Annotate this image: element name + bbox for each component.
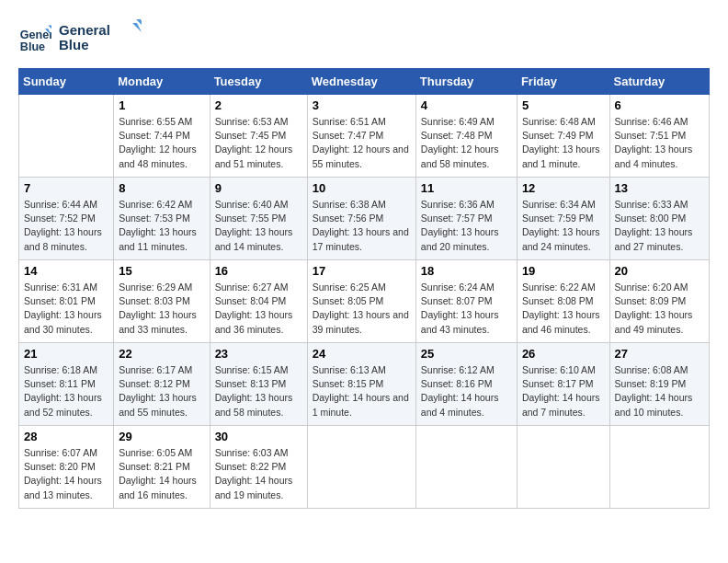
day-info: Sunrise: 6:42 AMSunset: 7:53 PMDaylight:… [119, 198, 204, 254]
day-number: 17 [313, 264, 411, 278]
day-number: 28 [24, 430, 108, 443]
calendar-cell [609, 426, 709, 509]
day-info: Sunrise: 6:17 AMSunset: 8:12 PMDaylight:… [119, 363, 204, 419]
calendar-cell: 18Sunrise: 6:24 AMSunset: 8:07 PMDayligh… [415, 260, 517, 343]
day-info: Sunrise: 6:46 AMSunset: 7:51 PMDaylight:… [615, 115, 704, 171]
calendar-cell [517, 426, 609, 509]
day-info: Sunrise: 6:10 AMSunset: 8:17 PMDaylight:… [522, 363, 605, 419]
calendar-cell: 3Sunrise: 6:51 AMSunset: 7:47 PMDaylight… [307, 95, 415, 178]
calendar-cell: 16Sunrise: 6:27 AMSunset: 8:04 PMDayligh… [210, 260, 307, 343]
day-number: 1 [119, 98, 204, 112]
day-info: Sunrise: 6:07 AMSunset: 8:20 PMDaylight:… [24, 446, 108, 502]
day-info: Sunrise: 6:03 AMSunset: 8:22 PMDaylight:… [215, 446, 302, 502]
weekday-header-tuesday: Tuesday [210, 69, 307, 95]
calendar-cell: 28Sunrise: 6:07 AMSunset: 8:20 PMDayligh… [19, 426, 114, 509]
weekday-header-wednesday: Wednesday [307, 69, 415, 95]
calendar-cell: 24Sunrise: 6:13 AMSunset: 8:15 PMDayligh… [307, 343, 415, 426]
day-info: Sunrise: 6:34 AMSunset: 7:59 PMDaylight:… [522, 198, 605, 254]
day-info: Sunrise: 6:18 AMSunset: 8:11 PMDaylight:… [24, 363, 108, 419]
calendar-cell: 27Sunrise: 6:08 AMSunset: 8:19 PMDayligh… [609, 343, 709, 426]
weekday-header-thursday: Thursday [415, 69, 517, 95]
calendar-cell: 12Sunrise: 6:34 AMSunset: 7:59 PMDayligh… [517, 178, 609, 260]
calendar-cell: 13Sunrise: 6:33 AMSunset: 8:00 PMDayligh… [609, 178, 709, 260]
calendar-cell: 17Sunrise: 6:25 AMSunset: 8:05 PMDayligh… [307, 260, 415, 343]
day-number: 15 [119, 264, 204, 278]
calendar-week-2: 7Sunrise: 6:44 AMSunset: 7:52 PMDaylight… [19, 178, 710, 260]
day-number: 24 [313, 347, 411, 361]
day-info: Sunrise: 6:24 AMSunset: 8:07 PMDaylight:… [421, 281, 512, 337]
day-number: 10 [313, 181, 411, 195]
day-info: Sunrise: 6:51 AMSunset: 7:47 PMDaylight:… [313, 115, 411, 171]
svg-text:Blue: Blue [20, 40, 45, 53]
calendar-cell: 23Sunrise: 6:15 AMSunset: 8:13 PMDayligh… [210, 343, 307, 426]
day-number: 14 [24, 264, 108, 278]
day-info: Sunrise: 6:49 AMSunset: 7:48 PMDaylight:… [421, 115, 512, 171]
calendar-cell: 25Sunrise: 6:12 AMSunset: 8:16 PMDayligh… [415, 343, 517, 426]
day-info: Sunrise: 6:40 AMSunset: 7:55 PMDaylight:… [215, 198, 302, 254]
day-number: 13 [615, 181, 704, 195]
calendar-cell: 1Sunrise: 6:55 AMSunset: 7:44 PMDaylight… [114, 95, 210, 178]
day-number: 30 [215, 430, 302, 443]
svg-text:Blue: Blue [59, 37, 89, 52]
day-info: Sunrise: 6:27 AMSunset: 8:04 PMDaylight:… [215, 281, 302, 337]
calendar-cell: 26Sunrise: 6:10 AMSunset: 8:17 PMDayligh… [517, 343, 609, 426]
day-info: Sunrise: 6:29 AMSunset: 8:03 PMDaylight:… [119, 281, 204, 337]
day-number: 20 [615, 264, 704, 278]
calendar-cell: 15Sunrise: 6:29 AMSunset: 8:03 PMDayligh… [114, 260, 210, 343]
logo-icon: General Blue [18, 22, 51, 55]
day-number: 2 [215, 98, 302, 112]
calendar-cell: 10Sunrise: 6:38 AMSunset: 7:56 PMDayligh… [307, 178, 415, 260]
day-info: Sunrise: 6:33 AMSunset: 8:00 PMDaylight:… [615, 198, 704, 254]
page-header: General Blue General Blue [18, 18, 710, 59]
calendar-cell: 21Sunrise: 6:18 AMSunset: 8:11 PMDayligh… [19, 343, 114, 426]
day-number: 8 [119, 181, 204, 195]
calendar-cell [19, 95, 114, 178]
calendar-cell [307, 426, 415, 509]
weekday-header-saturday: Saturday [609, 69, 709, 95]
svg-marker-6 [132, 23, 142, 32]
day-info: Sunrise: 6:48 AMSunset: 7:49 PMDaylight:… [522, 115, 605, 171]
calendar-cell: 22Sunrise: 6:17 AMSunset: 8:12 PMDayligh… [114, 343, 210, 426]
calendar-cell: 11Sunrise: 6:36 AMSunset: 7:57 PMDayligh… [415, 178, 517, 260]
calendar-cell: 7Sunrise: 6:44 AMSunset: 7:52 PMDaylight… [19, 178, 114, 260]
day-number: 16 [215, 264, 302, 278]
day-number: 23 [215, 347, 302, 361]
day-info: Sunrise: 6:53 AMSunset: 7:45 PMDaylight:… [215, 115, 302, 171]
day-number: 19 [522, 264, 605, 278]
day-info: Sunrise: 6:08 AMSunset: 8:19 PMDaylight:… [615, 363, 704, 419]
logo: General Blue General Blue [18, 18, 142, 59]
day-number: 7 [24, 181, 108, 195]
day-number: 9 [215, 181, 302, 195]
weekday-header-monday: Monday [114, 69, 210, 95]
calendar-cell: 2Sunrise: 6:53 AMSunset: 7:45 PMDaylight… [210, 95, 307, 178]
day-info: Sunrise: 6:22 AMSunset: 8:08 PMDaylight:… [522, 281, 605, 337]
calendar-week-3: 14Sunrise: 6:31 AMSunset: 8:01 PMDayligh… [19, 260, 710, 343]
weekday-header-row: SundayMondayTuesdayWednesdayThursdayFrid… [19, 69, 710, 95]
calendar-cell: 5Sunrise: 6:48 AMSunset: 7:49 PMDaylight… [517, 95, 609, 178]
calendar-week-5: 28Sunrise: 6:07 AMSunset: 8:20 PMDayligh… [19, 426, 710, 509]
day-number: 11 [421, 181, 512, 195]
day-number: 18 [421, 264, 512, 278]
calendar-cell: 19Sunrise: 6:22 AMSunset: 8:08 PMDayligh… [517, 260, 609, 343]
day-info: Sunrise: 6:12 AMSunset: 8:16 PMDaylight:… [421, 363, 512, 419]
calendar-cell: 29Sunrise: 6:05 AMSunset: 8:21 PMDayligh… [114, 426, 210, 509]
calendar-body: 1Sunrise: 6:55 AMSunset: 7:44 PMDaylight… [19, 95, 710, 509]
day-number: 3 [313, 98, 411, 112]
day-info: Sunrise: 6:55 AMSunset: 7:44 PMDaylight:… [119, 115, 204, 171]
day-number: 12 [522, 181, 605, 195]
calendar-table: SundayMondayTuesdayWednesdayThursdayFrid… [18, 68, 710, 509]
calendar-cell: 4Sunrise: 6:49 AMSunset: 7:48 PMDaylight… [415, 95, 517, 178]
day-info: Sunrise: 6:31 AMSunset: 8:01 PMDaylight:… [24, 281, 108, 337]
day-number: 6 [615, 98, 704, 112]
svg-text:General: General [59, 22, 110, 38]
day-info: Sunrise: 6:05 AMSunset: 8:21 PMDaylight:… [119, 446, 204, 502]
day-number: 26 [522, 347, 605, 361]
day-number: 22 [119, 347, 204, 361]
calendar-cell [415, 426, 517, 509]
calendar-cell: 9Sunrise: 6:40 AMSunset: 7:55 PMDaylight… [210, 178, 307, 260]
calendar-header: SundayMondayTuesdayWednesdayThursdayFrid… [19, 69, 710, 95]
calendar-cell: 20Sunrise: 6:20 AMSunset: 8:09 PMDayligh… [609, 260, 709, 343]
calendar-cell: 6Sunrise: 6:46 AMSunset: 7:51 PMDaylight… [609, 95, 709, 178]
day-info: Sunrise: 6:13 AMSunset: 8:15 PMDaylight:… [313, 363, 411, 419]
day-info: Sunrise: 6:15 AMSunset: 8:13 PMDaylight:… [215, 363, 302, 419]
